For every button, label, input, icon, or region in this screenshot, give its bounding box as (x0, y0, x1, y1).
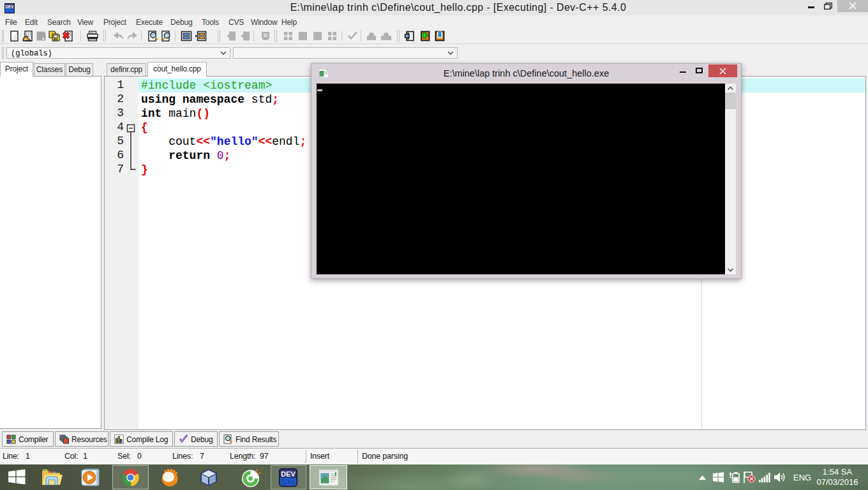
svg-text:C++: C++ (6, 9, 13, 13)
svg-text:DEV: DEV (5, 4, 14, 9)
svg-text:DEV: DEV (281, 470, 296, 478)
svg-text:C++: C++ (281, 478, 295, 486)
